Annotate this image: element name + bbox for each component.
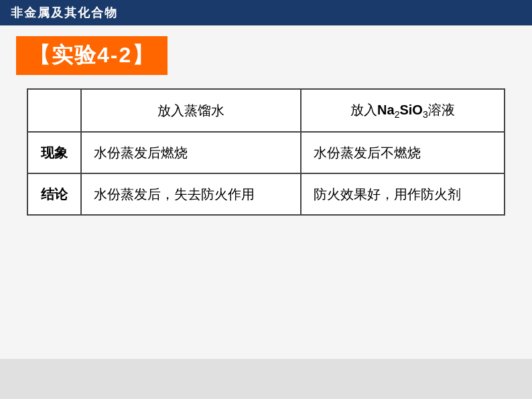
- table-row-phenomenon: 现象 水份蒸发后燃烧 水份蒸发后不燃烧: [27, 132, 505, 173]
- slide: 非金属及其化合物 【实验4-2】 放入蒸馏水 放入Na2SiO3溶液: [0, 0, 532, 399]
- experiment-title-text: 【实验4-2】: [29, 43, 155, 67]
- table-area: 放入蒸馏水 放入Na2SiO3溶液 现象 水份蒸发后燃烧 水份蒸: [0, 82, 532, 359]
- top-bar: 非金属及其化合物: [0, 0, 532, 25]
- experiment-title: 【实验4-2】: [16, 36, 168, 75]
- row-header-phenomenon: 现象: [27, 132, 81, 173]
- conclusion-col1: 水份蒸发后，失去防火作用: [81, 173, 301, 215]
- col-header-2: 放入Na2SiO3溶液: [301, 89, 505, 132]
- conclusion-col2: 防火效果好，用作防火剂: [301, 173, 505, 215]
- phenomenon-col2: 水份蒸发后不燃烧: [301, 132, 505, 173]
- empty-header-cell: [27, 89, 81, 132]
- experiment-table: 放入蒸馏水 放入Na2SiO3溶液 现象 水份蒸发后燃烧 水份蒸: [27, 88, 505, 216]
- col-header-1: 放入蒸馏水: [81, 89, 301, 132]
- top-bar-title: 非金属及其化合物: [11, 5, 118, 21]
- table-row-conclusion: 结论 水份蒸发后，失去防火作用 防火效果好，用作防火剂: [27, 173, 505, 215]
- phenomenon-col1: 水份蒸发后燃烧: [81, 132, 301, 173]
- row-header-conclusion: 结论: [27, 173, 81, 215]
- title-area: 【实验4-2】: [0, 25, 532, 82]
- bottom-area: [0, 359, 532, 399]
